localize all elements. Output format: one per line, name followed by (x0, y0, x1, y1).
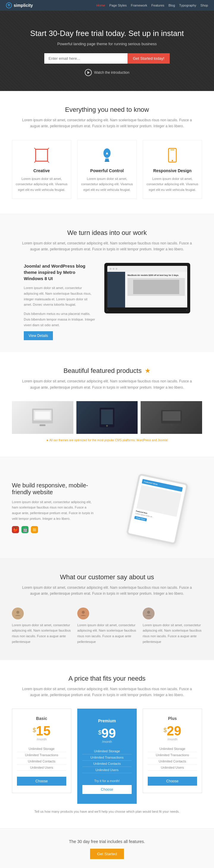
basic-amount: 15 (36, 723, 51, 738)
testimonial-2: Lorem ipsum dolor sit amet, consectetur … (77, 608, 137, 645)
pricing-desc: Lorem ipsum dolor sit amet, consectetur … (21, 686, 193, 698)
basic-f4: Unlimited Users (17, 765, 66, 771)
avatar-1 (12, 608, 24, 619)
pricing-section: A price that fits your needs Lorem ipsum… (0, 660, 214, 829)
nav-framework[interactable]: Framework (131, 4, 147, 7)
feature-creative-title: Creative (15, 168, 68, 173)
feature-icon-responsive (163, 146, 181, 164)
basic-f1: Unlimited Storage (17, 746, 66, 752)
basic-period: /month (17, 738, 66, 741)
svg-point-25 (147, 611, 150, 614)
svg-rect-12 (170, 150, 175, 150)
nav-features[interactable]: Features (151, 4, 164, 7)
pricing-premium-price: $99 /month (82, 727, 132, 743)
product-item-3 (141, 401, 202, 434)
plus-amount: 29 (167, 723, 181, 738)
premium-period: /month (82, 740, 132, 743)
work-section: We turn ideas into our work Lorem ipsum … (0, 214, 214, 352)
plus-f4: Unlimited Users (148, 765, 197, 771)
tablet-content: Featured Ideas Featured Item Lorem ipsum… (130, 475, 186, 531)
products-desc: Lorem ipsum dolor sit amet, consectetur … (21, 378, 193, 391)
testimonials-grid: Lorem ipsum dolor sit amet, consectetur … (12, 608, 202, 645)
cta-text: The 30 day free trial includes all featu… (12, 839, 202, 844)
svg-line-4 (34, 161, 36, 163)
nav-links: Home Page Styles Framework Features Blog… (96, 4, 208, 7)
responsive-inner: We build responsive, mobile-friendly web… (12, 472, 202, 543)
laptop-screen: MacBook Air models $200 off at best buy … (107, 266, 187, 310)
app-icon-windows: ⊞ (31, 526, 38, 533)
nav-blog[interactable]: Blog (169, 4, 175, 7)
hero-email-input[interactable] (44, 53, 127, 64)
feature-powerful: Powerful Control Lorem ipsum dolor sit a… (77, 140, 137, 199)
feature-responsive-title: Responsive Design (146, 168, 199, 173)
svg-rect-1 (36, 149, 48, 161)
feature-powerful-title: Powerful Control (81, 168, 133, 173)
premium-choose-button[interactable]: Choose (82, 785, 132, 794)
responsive-image: Featured Ideas Featured Item Lorem ipsum… (103, 472, 202, 543)
testimonial-3-text: Lorem ipsum dolor sit amet, consectetur … (143, 622, 202, 645)
nav-typography[interactable]: Typography (179, 4, 196, 7)
feature-creative-text: Lorem ipsum dolor sit amet, consectetur … (15, 176, 68, 193)
svg-point-24 (82, 611, 85, 614)
pricing-plus: Plus $29 /month Unlimited Storage Unlimi… (143, 709, 202, 793)
basic-f3: Unlimited Contacts (17, 758, 66, 765)
tablet-btn: Read More (134, 516, 147, 521)
feature-responsive: Responsive Design Lorem ipsum dolor sit … (143, 140, 202, 199)
pricing-note: Tell us how many products you have and w… (12, 810, 202, 813)
pricing-grid: Basic $15 /month Unlimited Storage Unlim… (12, 709, 202, 804)
avatar-2 (77, 608, 89, 619)
features-grid: Creative Lorem ipsum dolor sit amet, con… (12, 140, 202, 199)
products-title: Beautiful featured products ★ (12, 367, 202, 375)
laptop-img-inner (133, 280, 179, 294)
hero-section: Start 30-Day free trial today. Set up in… (0, 11, 214, 91)
testimonial-2-text: Lorem ipsum dolor sit amet, consectetur … (77, 622, 137, 645)
basic-currency: $ (33, 727, 36, 734)
cta-get-started-button[interactable]: Get Started (90, 849, 124, 859)
nav-page-styles[interactable]: Page Styles (110, 4, 127, 7)
products-star: ★ (145, 367, 151, 374)
responsive-section: We build responsive, mobile-friendly web… (0, 457, 214, 558)
laptop-mockup: MacBook Air models $200 off at best buy … (104, 263, 190, 313)
feature-icon-powerful (98, 146, 116, 164)
plus-choose-button[interactable]: Choose (148, 777, 197, 786)
svg-line-3 (48, 148, 49, 149)
product-item-1 (12, 401, 73, 434)
svg-rect-21 (162, 411, 180, 421)
products-title-text: Beautiful featured products (63, 367, 142, 374)
svg-line-5 (48, 161, 49, 163)
hero-watch[interactable]: Watch the introduction (12, 69, 202, 76)
premium-f2: Unlimited Transactions (82, 754, 132, 761)
work-details-button[interactable]: View Details (24, 331, 53, 340)
basic-features: Unlimited Storage Unlimited Transactions… (17, 746, 66, 771)
product-image-1 (12, 401, 73, 434)
app-icon-apple: 🍎 (12, 526, 19, 533)
cta-bottom: The 30 day free trial includes all featu… (0, 829, 214, 868)
testimonial-1: Lorem ipsum dolor sit amet, consectetur … (12, 608, 71, 645)
hero-form: Get Started today! (12, 53, 202, 64)
nav-home[interactable]: Home (96, 4, 105, 7)
app-icon-android: 🤖 (22, 526, 29, 533)
hero-title: Start 30-Day free trial today. Set up in… (12, 29, 202, 39)
work-section-title: We turn ideas into our work (12, 229, 202, 237)
logo[interactable]: simplicity (6, 2, 33, 8)
laptop-topbar (107, 266, 187, 272)
svg-rect-15 (35, 411, 50, 419)
laptop-dot-3 (116, 268, 117, 270)
laptop-main: MacBook Air models $200 off at best buy … (125, 272, 187, 307)
nav-shop[interactable]: Shop (200, 4, 208, 7)
svg-point-22 (170, 424, 173, 426)
laptop-dot-1 (110, 268, 112, 270)
basic-choose-button[interactable]: Choose (17, 777, 66, 786)
hero-cta-button[interactable]: Get Started today! (127, 53, 170, 64)
pricing-plus-price: $29 /month (148, 724, 197, 741)
premium-currency: $ (98, 729, 101, 736)
svg-rect-16 (39, 424, 45, 426)
plus-f1: Unlimited Storage (148, 746, 197, 752)
feature-icon-creative (33, 146, 51, 164)
pricing-premium-name: Premium (82, 718, 132, 723)
responsive-text: We build responsive, mobile-friendly web… (12, 482, 94, 533)
premium-features: Unlimited Storage Unlimited Transactions… (82, 748, 132, 773)
laptop-img-placeholder (127, 278, 185, 296)
hero-play-button[interactable] (85, 69, 92, 76)
svg-rect-8 (105, 158, 109, 161)
